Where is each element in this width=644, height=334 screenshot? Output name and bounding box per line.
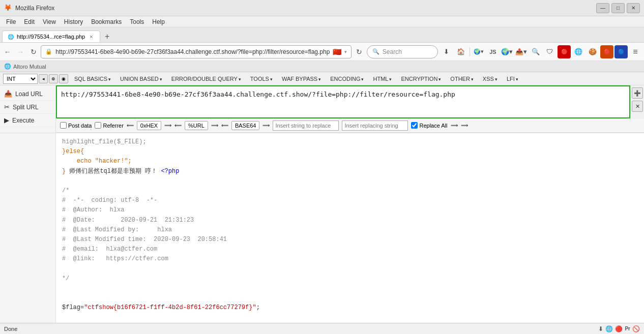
addon3-icon[interactable]: 🔴 — [600, 45, 613, 58]
right-arrow-1: ⟹ — [164, 123, 171, 128]
sqli-add-icon[interactable]: ⊕ — [49, 74, 58, 83]
addon-red-icon[interactable]: 🔴 — [558, 45, 571, 58]
addon4-icon[interactable]: 🔵 — [614, 45, 628, 58]
replace-from-input[interactable] — [273, 120, 339, 131]
referrer-input[interactable] — [95, 122, 101, 129]
sqli-sql-basics[interactable]: SQL BASICS — [71, 75, 114, 83]
base64-button[interactable]: BASE64 — [231, 121, 260, 130]
replace-all-checkbox[interactable]: Replace All — [411, 122, 447, 129]
execute-icon: ▶ — [4, 116, 9, 124]
status-text: Done — [4, 326, 598, 332]
cookie-icon[interactable]: 🍪 — [586, 45, 599, 58]
sqli-encryption[interactable]: ENCRYPTION — [398, 75, 444, 83]
home-icon[interactable]: 🏠 — [454, 45, 467, 58]
reload-button[interactable]: ↻ — [28, 45, 39, 58]
menu-tools[interactable]: Tools — [126, 17, 148, 26]
code-line-16 — [62, 284, 638, 293]
close-button[interactable]: ✕ — [627, 3, 640, 13]
addon2-icon[interactable]: 🌐 — [572, 45, 585, 58]
replace-all-label: Replace All — [419, 123, 447, 129]
globe-icon[interactable]: 🌍▾ — [472, 45, 485, 58]
code-line-10: # @Last Modified by: hlxa — [62, 225, 638, 235]
zoom-icon[interactable]: 🔍 — [529, 45, 542, 58]
code-line-flag: $flag="ctfshow{b16f6721-f1ff-4b2d-8f61-2… — [62, 303, 638, 313]
tab-favicon: 🌐 — [8, 34, 14, 40]
0xhex-button[interactable]: 0xHEX — [137, 121, 161, 130]
back-button[interactable]: ← — [2, 45, 13, 58]
split-url-button[interactable]: ✂ Split URL — [0, 101, 55, 114]
heart-icon[interactable]: 🌍▾ — [501, 45, 514, 58]
load-url-button[interactable]: 📥 Load URL — [0, 87, 55, 101]
status-globe-icon[interactable]: 🌐 — [605, 325, 613, 332]
sqli-tools[interactable]: TOOLS — [247, 75, 276, 83]
status-pr-icon[interactable]: Pr — [625, 326, 630, 331]
sqli-waf-bypass[interactable]: WAF BYPASS — [279, 75, 324, 83]
post-data-input[interactable] — [60, 122, 67, 129]
base64-label: BASE64 — [235, 123, 256, 129]
replace-to-input[interactable] — [342, 120, 408, 131]
site-name: Altoro Mutual — [13, 64, 46, 70]
menu-history[interactable]: History — [60, 17, 87, 26]
url-box[interactable]: 🔒 http://97553441-6be8-4e90-b69e-27cf36f… — [41, 45, 352, 58]
left-arrow-2: ⟸ — [174, 123, 182, 128]
browser-tab[interactable]: 🌐 http://975534...rce=flag.php × — [2, 31, 100, 42]
percent-url-button[interactable]: %URL — [185, 121, 208, 130]
left-arrow-1: ⟸ — [127, 123, 134, 128]
sqli-union-based[interactable]: UNION BASED — [117, 75, 165, 83]
right-arrow-2: ⟹ — [211, 123, 218, 128]
sqli-type-container: INT STRING ◂ ⊕ ◉ — [3, 74, 68, 84]
new-tab-button[interactable]: + — [100, 31, 114, 42]
replace-all-input[interactable] — [411, 122, 418, 129]
menu-edit[interactable]: Edit — [20, 17, 39, 26]
minimize-button[interactable]: — — [596, 3, 609, 13]
url-clear-button[interactable]: ✕ — [632, 101, 643, 112]
url-add-button[interactable]: ➕ — [632, 87, 643, 99]
load-url-label: Load URL — [15, 90, 43, 98]
code-line-17 — [62, 293, 638, 303]
hamburger-menu[interactable]: ≡ — [629, 45, 642, 58]
code-line-12: # @email: hlxa@ctfer.com — [62, 245, 638, 254]
menu-file[interactable]: File — [2, 17, 20, 26]
sqli-arrow-left[interactable]: ◂ — [39, 74, 48, 83]
percent-url-label: %URL — [188, 123, 204, 129]
sqli-lfi[interactable]: LFI — [504, 75, 521, 83]
download-icon[interactable]: ⬇ — [440, 45, 453, 58]
country-flag: 🇨🇳 — [333, 48, 341, 56]
right-arrow-5: ⟹ — [461, 123, 468, 128]
menu-view[interactable]: View — [39, 17, 60, 26]
sqli-html[interactable]: HTML — [370, 75, 395, 83]
code-line-5 — [62, 176, 638, 186]
sqli-error-double[interactable]: ERROR/DOUBLE QUERY — [168, 75, 244, 83]
breadcrumb-bar: 🌐 Altoro Mutual — [0, 61, 644, 72]
post-data-checkbox[interactable]: Post data — [60, 122, 92, 129]
sqli-type-select[interactable]: INT STRING — [3, 74, 38, 84]
shield-icon[interactable]: 🛡 — [543, 45, 557, 58]
menu-bar: File Edit View History Bookmarks Tools H… — [0, 16, 644, 27]
toolbar-icons: ⬇ 🏠 🌍▾ JS 🌍▾ 📤▾ 🔍 🛡 🔴 🌐 🍪 🔴 🔵 ≡ — [440, 45, 642, 58]
url-textarea[interactable]: http://97553441-6be8-4e90-b69e-27cf36f3a… — [56, 85, 630, 118]
content-area: highlight_file($_FILE); }else{ echo "hac… — [0, 133, 644, 323]
status-icons: ⬇ 🌐 🔴 Pr 🚫 — [598, 325, 640, 332]
js-icon[interactable]: JS — [486, 45, 500, 58]
tab-close-button[interactable]: × — [88, 33, 94, 40]
status-red-icon[interactable]: 🔴 — [615, 325, 623, 332]
left-panel: 📥 Load URL ✂ Split URL ▶ Execute — [0, 85, 56, 133]
status-block-icon[interactable]: 🚫 — [632, 325, 640, 332]
share-icon[interactable]: 📤▾ — [515, 45, 528, 58]
menu-bookmarks[interactable]: Bookmarks — [87, 17, 126, 26]
sqli-encoding[interactable]: ENCODING — [327, 75, 367, 83]
code-line-11: # @Last Modified time: 2020-09-23 20:58:… — [62, 235, 638, 245]
reload-btn2[interactable]: ↻ — [354, 45, 364, 58]
search-box[interactable]: 🔍 Search — [367, 45, 438, 58]
menu-help[interactable]: Help — [148, 17, 169, 26]
code-line-15: */ — [62, 274, 638, 284]
forward-button[interactable]: → — [15, 45, 25, 58]
maximize-button[interactable]: □ — [611, 3, 625, 13]
sqli-other[interactable]: OTHER — [447, 75, 477, 83]
status-download-icon[interactable]: ⬇ — [598, 325, 603, 332]
referrer-checkbox[interactable]: Referrer — [95, 122, 123, 129]
execute-button[interactable]: ▶ Execute — [0, 114, 55, 127]
sqli-xss[interactable]: XSS — [480, 75, 501, 83]
sqli-bullet-icon[interactable]: ◉ — [59, 74, 68, 83]
site-favicon: 🌐 — [4, 63, 11, 70]
